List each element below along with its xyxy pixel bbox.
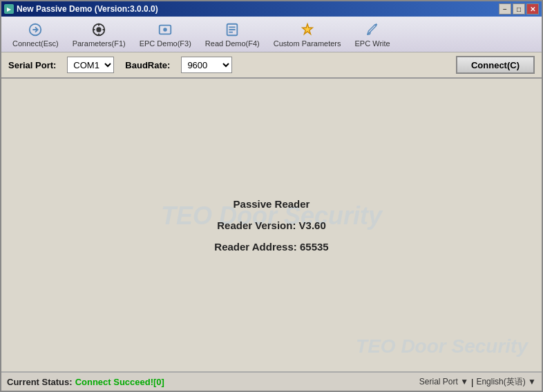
parameters-label: Parameters(F1) bbox=[73, 39, 126, 48]
main-content: TEO Door Security Passive Reader Reader … bbox=[1, 79, 542, 371]
title-bar: ▶ New Passive Demo (Version:3.0.0.0) − □… bbox=[1, 1, 542, 17]
toolbar: Connect(Esc) Parameters(F1) EPC Demo(F3 bbox=[1, 17, 542, 52]
status-left: Current Status: Connect Succeed![0] bbox=[7, 377, 164, 387]
reader-address: Reader Address: 65535 bbox=[214, 241, 328, 253]
main-window: ▶ New Passive Demo (Version:3.0.0.0) − □… bbox=[0, 0, 543, 392]
epc-demo-icon bbox=[157, 21, 173, 38]
toolbar-custom-params[interactable]: Custom Parameters bbox=[268, 20, 347, 49]
svg-point-1 bbox=[96, 27, 101, 32]
title-bar-left: ▶ New Passive Demo (Version:3.0.0.0) bbox=[4, 4, 158, 14]
window-title: New Passive Demo (Version:3.0.0.0) bbox=[17, 4, 158, 14]
read-demo-label: Read Demo(F4) bbox=[205, 39, 260, 48]
epc-write-icon bbox=[364, 21, 381, 38]
status-right: Serial Port ▼ | English(英语) ▼ bbox=[419, 376, 536, 388]
svg-point-4 bbox=[164, 28, 168, 32]
serial-port-menu[interactable]: Serial Port ▼ bbox=[419, 377, 468, 386]
serial-port-label: Serial Port: bbox=[8, 60, 56, 70]
reader-version: Reader Version: V3.60 bbox=[214, 219, 328, 231]
info-block: Passive Reader Reader Version: V3.60 Rea… bbox=[214, 188, 328, 262]
status-value: Connect Succeed![0] bbox=[75, 377, 164, 387]
reader-type: Passive Reader bbox=[214, 198, 328, 210]
connect-label: Connect(Esc) bbox=[12, 39, 59, 48]
status-label: Current Status: bbox=[7, 377, 73, 387]
connect-bar: Serial Port: COM1 COM2 COM3 COM4 BaudRat… bbox=[1, 52, 542, 79]
custom-icon bbox=[299, 21, 316, 38]
restore-button[interactable]: □ bbox=[513, 3, 525, 14]
epc-write-label: EPC Write bbox=[355, 39, 390, 48]
toolbar-epc-demo[interactable]: EPC Demo(F3) bbox=[134, 20, 197, 49]
window-icon: ▶ bbox=[4, 4, 14, 14]
watermark-bottom: TEO Door Security bbox=[356, 335, 528, 357]
connect-button[interactable]: Connect(C) bbox=[456, 56, 535, 74]
serial-port-select[interactable]: COM1 COM2 COM3 COM4 bbox=[67, 57, 114, 73]
read-demo-icon bbox=[224, 21, 240, 38]
minimize-button[interactable]: − bbox=[499, 3, 511, 14]
toolbar-connect[interactable]: Connect(Esc) bbox=[7, 20, 64, 49]
status-bar: Current Status: Connect Succeed![0] Seri… bbox=[1, 371, 542, 391]
params-icon bbox=[90, 21, 107, 38]
baud-rate-label: BaudRate: bbox=[125, 60, 170, 70]
baud-rate-select[interactable]: 9600 19200 38400 57600 115200 bbox=[181, 57, 232, 73]
toolbar-epc-write[interactable]: EPC Write bbox=[350, 20, 396, 49]
title-buttons: − □ ✕ bbox=[499, 3, 539, 14]
custom-params-label: Custom Parameters bbox=[274, 39, 341, 48]
toolbar-parameters[interactable]: Parameters(F1) bbox=[67, 20, 131, 49]
language-menu[interactable]: English(英语) ▼ bbox=[476, 376, 536, 388]
epc-demo-label: EPC Demo(F3) bbox=[140, 39, 191, 48]
toolbar-read-demo[interactable]: Read Demo(F4) bbox=[200, 20, 265, 49]
connect-icon bbox=[27, 21, 44, 38]
close-button[interactable]: ✕ bbox=[526, 3, 539, 14]
